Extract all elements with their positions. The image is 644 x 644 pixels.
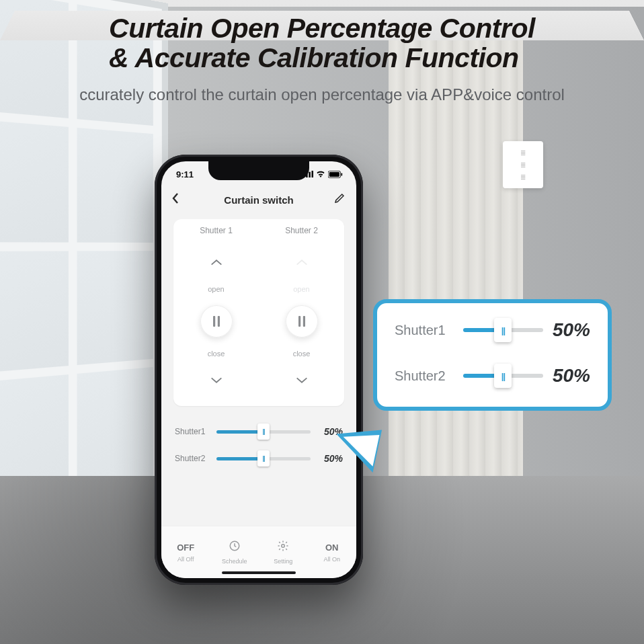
shutter-2-column: Shutter 2 open close	[259, 226, 344, 394]
slider-section: Shutter1 || 50% Shutter2 || 50%	[161, 406, 356, 471]
shutter-2-open-label: open	[293, 285, 309, 293]
slider-2-thumb[interactable]: ||	[257, 450, 270, 467]
svg-rect-3	[312, 171, 314, 177]
shutter-1-close-button[interactable]	[203, 367, 230, 394]
shutter-2-close-label: close	[293, 350, 311, 358]
slider-1-label: Shutter1	[175, 427, 210, 436]
tab-setting[interactable]: Setting	[259, 526, 308, 578]
notch	[208, 161, 309, 180]
page-title: Curtain switch	[161, 194, 356, 206]
slider-2-label: Shutter2	[175, 454, 210, 463]
hero: Curtain Open Percentage Control & Accura…	[0, 13, 644, 104]
callout-1-label: Shutter1	[395, 323, 454, 338]
svg-rect-2	[309, 172, 311, 177]
shutter-1-label: Shutter 1	[200, 226, 233, 235]
svg-rect-9	[298, 316, 300, 327]
slider-row-1: Shutter1 || 50%	[175, 426, 343, 437]
phone-screen: 9:11 Curtain switch	[161, 161, 356, 578]
svg-rect-7	[213, 316, 215, 327]
shutter-1-close-label: close	[208, 350, 225, 358]
shutter-2-pause-button[interactable]	[286, 305, 318, 337]
svg-rect-8	[217, 316, 219, 327]
shutter-2-label: Shutter 2	[285, 226, 318, 235]
shutter-1-open-label: open	[208, 285, 224, 293]
svg-rect-10	[303, 316, 305, 327]
battery-icon	[328, 171, 343, 178]
callout-2-label: Shutter2	[395, 368, 454, 384]
hero-subtitle: ccurately control the curtain open perce…	[20, 85, 624, 104]
gear-icon	[277, 540, 289, 555]
slider-1-track[interactable]: ||	[216, 430, 311, 434]
wifi-icon	[316, 171, 325, 177]
home-indicator	[222, 571, 296, 574]
callout-2-thumb: ||	[494, 364, 512, 388]
callout-row-1: Shutter1 || 50%	[395, 319, 590, 341]
svg-rect-6	[341, 173, 342, 175]
shutter-1-pause-button[interactable]	[200, 305, 233, 337]
slider-2-track[interactable]: ||	[216, 457, 311, 460]
nav-bar: Curtain switch	[161, 187, 356, 212]
wall-switch-device: ≣≣≣	[503, 141, 543, 188]
shutter-2-open-button[interactable]	[288, 249, 315, 276]
shutter-1-open-button[interactable]	[203, 249, 230, 276]
svg-point-12	[282, 545, 285, 548]
back-button[interactable]	[172, 192, 179, 207]
tab-all-on[interactable]: ON All On	[308, 526, 357, 578]
callout-1-thumb: ||	[494, 318, 512, 342]
tab-all-off[interactable]: OFF All Off	[161, 526, 210, 578]
callout-bubble: Shutter1 || 50% Shutter2 || 50%	[373, 299, 612, 411]
callout-2-percent: 50%	[553, 365, 590, 387]
slider-1-thumb[interactable]: ||	[257, 424, 270, 440]
callout-row-2: Shutter2 || 50%	[395, 365, 590, 387]
tab-schedule[interactable]: Schedule	[210, 526, 259, 578]
callout-1-track: ||	[463, 328, 543, 332]
callout-1-percent: 50%	[553, 319, 590, 341]
slider-row-2: Shutter2 || 50%	[175, 453, 343, 464]
status-time: 9:11	[176, 169, 194, 179]
clock-icon	[229, 540, 241, 555]
callout-2-track: ||	[463, 374, 543, 378]
callout-pointer	[330, 421, 382, 473]
svg-rect-5	[329, 172, 339, 177]
phone-mockup: 9:11 Curtain switch	[155, 155, 363, 585]
shutter-2-close-button[interactable]	[288, 367, 315, 394]
shutter-1-column: Shutter 1 open close	[173, 226, 259, 394]
hero-title: Curtain Open Percentage Control & Accura…	[109, 13, 535, 73]
bottom-tab-bar: OFF All Off Schedule Setting ON All On	[161, 526, 356, 578]
edit-button[interactable]	[333, 192, 346, 207]
shutter-controls-card: Shutter 1 open close Shutter 2 open	[173, 219, 344, 406]
